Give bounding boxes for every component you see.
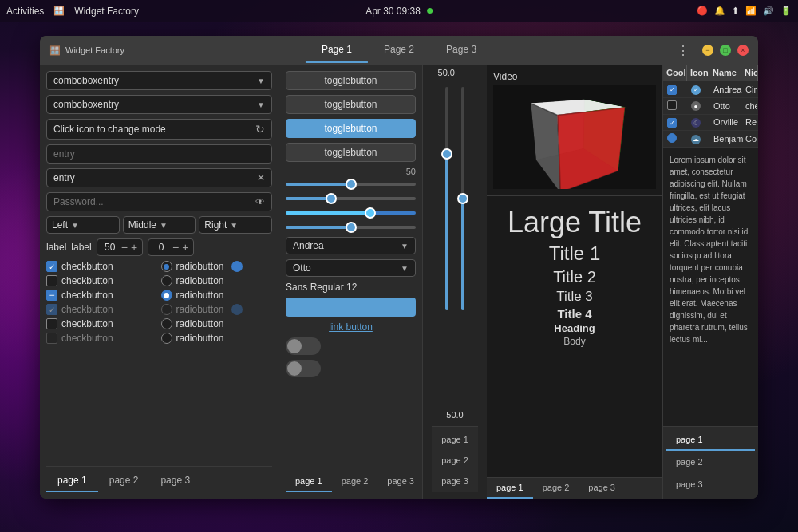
link-button[interactable]: link button bbox=[286, 321, 416, 333]
tab-page1[interactable]: Page 1 bbox=[306, 37, 368, 63]
checkbox-5[interactable] bbox=[46, 318, 57, 329]
vslider-1-thumb[interactable] bbox=[441, 148, 452, 160]
tree-check-1[interactable] bbox=[667, 100, 677, 110]
slider-4-track[interactable] bbox=[286, 226, 416, 229]
left-tab-page1[interactable]: page 1 bbox=[46, 470, 98, 492]
slider-1-track[interactable] bbox=[286, 183, 416, 186]
mid-combo-1[interactable]: Andrea ▼ bbox=[286, 237, 416, 254]
radio-2[interactable] bbox=[161, 275, 172, 286]
toggle-switch-1[interactable] bbox=[286, 337, 321, 355]
align-right-select[interactable]: Right ▼ bbox=[199, 216, 272, 234]
radio-5[interactable] bbox=[161, 318, 172, 329]
tree-check-0[interactable] bbox=[667, 85, 677, 95]
slider-3-track[interactable] bbox=[286, 211, 416, 215]
tree-icon-0: ✓ bbox=[691, 85, 701, 95]
slider-2-thumb[interactable] bbox=[326, 193, 337, 204]
rc-tab-page3[interactable]: page 3 bbox=[579, 478, 625, 499]
tree-row-3: ☁ Benjamin Cor bbox=[663, 131, 758, 148]
checkbox-1[interactable] bbox=[46, 261, 57, 272]
tray-icon-1[interactable]: 🔴 bbox=[697, 6, 708, 16]
mid-tab-page2[interactable]: page 2 bbox=[332, 471, 378, 492]
radio-3[interactable] bbox=[161, 290, 172, 301]
slider-1-thumb[interactable] bbox=[346, 179, 357, 190]
refresh-icon[interactable]: ↻ bbox=[255, 123, 265, 136]
slider-group-1: 50 bbox=[286, 167, 416, 189]
label-text-1: label bbox=[46, 242, 66, 253]
left-tab-page2[interactable]: page 2 bbox=[98, 470, 150, 492]
vslider-tab-page1[interactable]: page 1 bbox=[432, 430, 478, 451]
tree-nick-2: Rec bbox=[743, 117, 757, 127]
vslider-2-track[interactable] bbox=[461, 87, 464, 310]
fr-tab-page1[interactable]: page 1 bbox=[666, 430, 755, 451]
align-middle-select[interactable]: Middle ▼ bbox=[123, 216, 196, 234]
vslider-tab-page3[interactable]: page 3 bbox=[432, 471, 478, 492]
toggle-btn-4[interactable]: togglebutton bbox=[286, 143, 416, 162]
spinbox-1-decrement[interactable]: − bbox=[121, 241, 128, 254]
checkbox-6-label: checkbutton bbox=[61, 333, 113, 344]
align-middle-arrow: ▼ bbox=[160, 221, 168, 230]
eye-icon[interactable]: 👁 bbox=[255, 196, 265, 207]
window-icon: 🪟 bbox=[49, 45, 61, 56]
mid-tab-page3[interactable]: page 3 bbox=[377, 471, 423, 492]
check-radio-grid: checkbutton radiobutton checkbutton radi… bbox=[46, 261, 272, 344]
left-tab-page3[interactable]: page 3 bbox=[149, 470, 201, 492]
combo-box-2[interactable]: comboboxentry ▼ bbox=[46, 95, 272, 114]
toggle-btn-3[interactable]: togglebutton bbox=[286, 119, 416, 138]
mid-combo-2[interactable]: Otto ▼ bbox=[286, 259, 416, 277]
tray-volume[interactable]: 🔊 bbox=[763, 6, 774, 16]
vslider-1-track[interactable] bbox=[445, 87, 448, 310]
toggle-btn-2[interactable]: togglebutton bbox=[286, 95, 416, 114]
entry-field-1[interactable] bbox=[46, 144, 272, 164]
tab-page3[interactable]: Page 3 bbox=[430, 37, 492, 63]
slider-3-thumb[interactable] bbox=[365, 207, 376, 219]
fr-tab-page3[interactable]: page 3 bbox=[666, 475, 755, 495]
tray-icon-3[interactable]: ⬆ bbox=[732, 6, 739, 16]
entry-input-2[interactable] bbox=[53, 172, 257, 183]
mid-tab-page1[interactable]: page 1 bbox=[286, 471, 332, 492]
type-heading: Heading bbox=[500, 322, 650, 334]
rc-tab-page1[interactable]: page 1 bbox=[487, 478, 533, 499]
mid-combo-2-value: Otto bbox=[293, 262, 311, 274]
clear-icon[interactable]: ✕ bbox=[257, 172, 265, 183]
entry-field-2[interactable]: ✕ bbox=[46, 168, 272, 187]
check-item-4: checkbutton bbox=[46, 304, 158, 315]
video-label: Video bbox=[493, 71, 656, 82]
toggle-btn-1[interactable]: togglebutton bbox=[286, 71, 416, 90]
tray-icon-2[interactable]: 🔔 bbox=[714, 6, 725, 16]
entry-input-1[interactable] bbox=[53, 148, 265, 160]
activities-button[interactable]: Activities bbox=[6, 6, 44, 17]
checkbox-2[interactable] bbox=[46, 275, 57, 286]
tree-check-3[interactable] bbox=[667, 133, 677, 143]
password-input[interactable] bbox=[53, 196, 255, 207]
align-left-select[interactable]: Left ▼ bbox=[46, 216, 120, 234]
minimize-button[interactable]: − bbox=[702, 45, 713, 56]
close-button[interactable]: × bbox=[737, 45, 749, 56]
spinbox-1[interactable]: 50 − + bbox=[97, 238, 143, 256]
color-button[interactable] bbox=[286, 298, 416, 317]
radio-6[interactable] bbox=[161, 333, 172, 344]
tray-battery[interactable]: 🔋 bbox=[780, 6, 792, 16]
tab-page2[interactable]: Page 2 bbox=[368, 37, 430, 63]
window-menu-icon[interactable]: ⋮ bbox=[677, 43, 689, 58]
3d-cube bbox=[543, 105, 606, 169]
slider-2-track[interactable] bbox=[286, 197, 416, 200]
tree-check-2[interactable] bbox=[667, 118, 677, 128]
spinbox-1-increment[interactable]: + bbox=[131, 241, 137, 254]
tray-wifi[interactable]: 📶 bbox=[745, 6, 757, 16]
radio-1[interactable] bbox=[161, 261, 172, 272]
toggle-switch-2[interactable] bbox=[286, 360, 321, 377]
maximize-button[interactable]: □ bbox=[720, 45, 731, 56]
combo-box-1[interactable]: comboboxentry ▼ bbox=[46, 71, 272, 90]
password-field[interactable]: 👁 bbox=[46, 192, 272, 211]
fr-tab-page2[interactable]: page 2 bbox=[666, 452, 755, 473]
vslider-tab-page2[interactable]: page 2 bbox=[432, 451, 478, 471]
spinbox-2-increment[interactable]: + bbox=[182, 241, 188, 254]
slider-4-thumb[interactable] bbox=[346, 222, 357, 233]
rc-tab-page2[interactable]: page 2 bbox=[533, 478, 579, 499]
mid-combo-1-arrow: ▼ bbox=[401, 242, 409, 250]
checkbox-3[interactable] bbox=[46, 290, 57, 301]
spinbox-2-decrement[interactable]: − bbox=[172, 241, 179, 254]
spinbox-2[interactable]: 0 − + bbox=[148, 238, 194, 256]
vslider-2-thumb[interactable] bbox=[457, 193, 468, 204]
far-right-panel: Cool Icon Name Nic ✓ Andrea Cir bbox=[662, 65, 758, 499]
